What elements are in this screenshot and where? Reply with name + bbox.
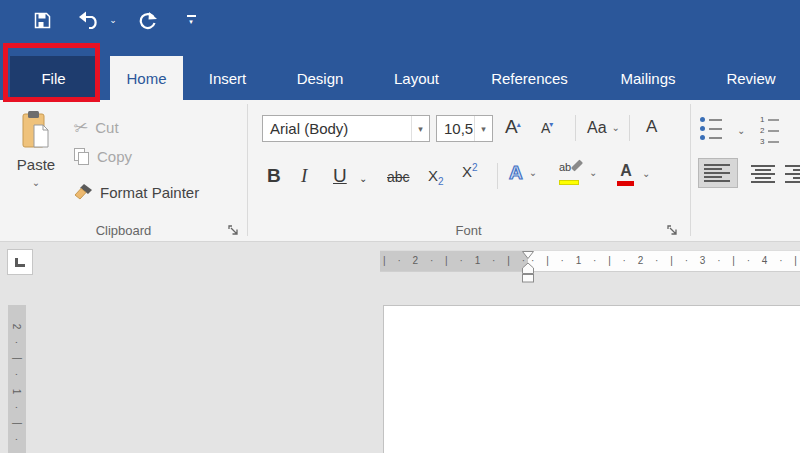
ruler-mark: | — [445, 250, 448, 272]
text-effects-dropdown-icon: ⌄ — [529, 169, 537, 177]
cut-button[interactable]: ✂ Cut — [74, 117, 119, 138]
clipboard-dialog-launcher[interactable] — [227, 223, 240, 236]
align-left-button[interactable] — [698, 158, 738, 188]
align-center-button[interactable] — [745, 160, 781, 188]
cut-label: Cut — [95, 119, 118, 136]
font-size-value: 10,5 — [444, 120, 473, 137]
tab-insert[interactable]: Insert — [183, 56, 272, 100]
strikethrough-button[interactable]: abc — [387, 169, 410, 185]
tab-stop-selector[interactable] — [7, 249, 33, 275]
redo-icon — [137, 10, 157, 30]
ruler-mark: 4 — [762, 250, 768, 272]
customize-qat-button[interactable]: ▾ — [182, 6, 200, 34]
highlight-dropdown-icon: ⌄ — [589, 169, 597, 177]
ruler-mark: · — [460, 250, 463, 272]
ruler-mark: | — [608, 250, 611, 272]
change-case-button[interactable]: Aa ⌄ — [587, 119, 620, 137]
ruler-content-section: ·|·1·|·2·|·3·|·4·| — [528, 251, 800, 271]
hanging-indent-marker[interactable] — [523, 263, 534, 274]
font-name-combobox[interactable]: Arial (Body) ▾ — [262, 115, 430, 142]
ruler-mark: | — [507, 250, 510, 272]
bullets-button[interactable] — [700, 117, 722, 140]
ribbon-tab-bar: File Home Insert Design Layout Reference… — [0, 40, 800, 100]
clear-formatting-button[interactable]: A — [646, 117, 657, 137]
italic-button[interactable]: I — [301, 165, 307, 187]
copy-icon — [74, 148, 90, 165]
copy-label: Copy — [97, 148, 132, 165]
align-right-button[interactable] — [786, 160, 800, 188]
text-highlight-button[interactable]: ab ⌄ — [559, 161, 597, 185]
text-effects-button[interactable]: A ⌄ — [509, 162, 537, 184]
paste-label: Paste — [17, 156, 55, 173]
ruler-mark: · — [561, 250, 564, 272]
title-bar: ⌄ ▾ — [0, 0, 800, 40]
ruler-margin-section: |·2·|·1·|· — [380, 251, 528, 271]
font-size-dropdown-icon[interactable]: ▾ — [474, 116, 492, 141]
paste-clipboard-icon — [21, 110, 51, 152]
grow-font-button[interactable]: A▴ — [505, 116, 522, 138]
font-size-combobox[interactable]: 10,5 ▾ — [436, 115, 493, 142]
tab-references[interactable]: References — [465, 56, 594, 100]
ruler-mark: 2 — [12, 324, 23, 330]
underline-dropdown-icon[interactable]: ⌄ — [359, 175, 367, 183]
ruler-mark: 2 — [638, 250, 644, 272]
ruler-mark: · — [747, 250, 750, 272]
ruler-mark: 1 — [760, 115, 779, 124]
word-window: ⌄ ▾ File Home Insert Design Layout Refer… — [0, 0, 800, 453]
ruler-mark: · — [492, 250, 495, 272]
ruler-mark: | — [11, 422, 22, 425]
highlight-color-bar — [559, 180, 579, 185]
font-name-dropdown-icon[interactable]: ▾ — [411, 116, 429, 141]
text-effects-icon: A — [509, 162, 523, 184]
ruler-mark: · — [12, 341, 23, 344]
vertical-ruler[interactable]: 2·|·1·|· — [8, 305, 26, 453]
horizontal-ruler[interactable]: |·2·|·1·|· ·|·1·|·2·|·3·|·4·| — [380, 250, 800, 272]
clipboard-group: Paste ⌄ ✂ Cut Copy Format Painter Clipbo… — [0, 100, 247, 242]
ruler-mark: · — [779, 250, 782, 272]
bullet-dot-icon — [700, 117, 705, 122]
redo-button[interactable] — [132, 6, 162, 34]
ruler-mark: | — [732, 250, 735, 272]
format-painter-button[interactable]: Format Painter — [74, 184, 199, 201]
tab-review[interactable]: Review — [702, 56, 800, 100]
ruler-mark: · — [685, 250, 688, 272]
paste-button[interactable]: Paste ⌄ — [8, 110, 64, 214]
shrink-font-button[interactable]: A▾ — [541, 120, 554, 136]
shrink-font-arrow-icon: ▾ — [549, 120, 553, 129]
ruler-mark: · — [12, 373, 23, 376]
change-case-dropdown-icon: ⌄ — [612, 124, 620, 132]
bold-button[interactable]: B — [267, 165, 281, 187]
left-indent-marker[interactable] — [523, 275, 534, 283]
bullets-dropdown-icon[interactable]: ⌄ — [737, 127, 745, 135]
underline-button[interactable]: U — [333, 165, 347, 187]
undo-button[interactable] — [74, 6, 104, 34]
tab-design[interactable]: Design — [272, 56, 368, 100]
superscript-button[interactable]: X2 — [462, 162, 478, 180]
tab-mailings[interactable]: Mailings — [594, 56, 702, 100]
ruler-mark: 2 — [413, 250, 419, 272]
indent-markers[interactable] — [521, 251, 535, 283]
font-dialog-launcher[interactable] — [666, 223, 679, 236]
ruler-mark: · — [430, 250, 433, 272]
save-button[interactable] — [28, 6, 56, 34]
tab-home[interactable]: Home — [110, 56, 183, 100]
font-color-button[interactable]: A ⌄ — [617, 162, 650, 186]
paste-dropdown[interactable]: ⌄ — [32, 179, 40, 187]
subscript-button[interactable]: X2 — [428, 167, 444, 187]
first-line-indent-marker[interactable] — [523, 252, 534, 259]
numbered-list-button[interactable]: 123 — [760, 115, 779, 146]
tab-layout[interactable]: Layout — [368, 56, 465, 100]
ribbon: Paste ⌄ ✂ Cut Copy Format Painter Clipbo… — [0, 100, 800, 242]
tab-file[interactable]: File — [10, 56, 97, 100]
clipboard-group-label: Clipboard — [0, 223, 247, 238]
cut-scissors-icon: ✂ — [72, 116, 91, 140]
document-page[interactable] — [383, 305, 800, 453]
undo-dropdown[interactable]: ⌄ — [106, 6, 120, 34]
format-painter-brush-icon — [74, 184, 93, 201]
font-color-dropdown-icon: ⌄ — [642, 170, 650, 178]
copy-button[interactable]: Copy — [74, 148, 132, 165]
font-group: Arial (Body) ▾ 10,5 ▾ A▴ A▾ Aa ⌄ A — [247, 100, 690, 242]
paragraph-group: ⌄ 123 — [690, 100, 800, 242]
customize-qat-icon — [187, 15, 196, 17]
ruler-mark: | — [794, 250, 797, 272]
